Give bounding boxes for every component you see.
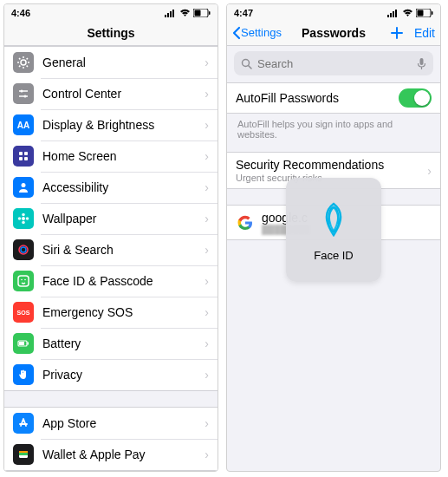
svg-rect-49 xyxy=(395,10,397,17)
svg-point-26 xyxy=(21,279,23,281)
svg-point-22 xyxy=(26,217,29,220)
battery-icon xyxy=(416,9,433,17)
status-icons xyxy=(165,9,211,17)
row-label: Display & Brightness xyxy=(42,118,201,132)
search-icon xyxy=(241,58,252,69)
svg-rect-2 xyxy=(170,11,172,17)
battery-icon xyxy=(13,333,34,354)
svg-point-21 xyxy=(18,217,22,220)
signal-icon xyxy=(165,9,177,17)
aa-icon: AA xyxy=(13,114,34,135)
svg-rect-6 xyxy=(209,11,211,15)
sos-icon: SOS xyxy=(13,302,34,323)
status-bar: 4:47 xyxy=(227,4,440,20)
svg-rect-30 xyxy=(28,343,29,345)
faceid-icon xyxy=(13,271,34,291)
svg-rect-3 xyxy=(172,10,174,17)
svg-rect-13 xyxy=(19,152,23,155)
row-label: App Store xyxy=(42,416,201,430)
autofill-toggle[interactable] xyxy=(399,88,432,108)
search-field[interactable] xyxy=(234,51,433,75)
mic-icon[interactable] xyxy=(417,57,426,70)
svg-line-54 xyxy=(249,65,252,69)
chevron-right-icon: › xyxy=(205,368,209,382)
row-label: Home Screen xyxy=(42,149,201,163)
svg-rect-52 xyxy=(432,11,433,15)
chevron-right-icon: › xyxy=(427,164,432,178)
svg-point-7 xyxy=(21,60,26,65)
chevron-right-icon: › xyxy=(205,337,209,350)
svg-rect-5 xyxy=(195,10,201,16)
security-label: Security Recommendations xyxy=(236,158,424,172)
settings-row-display-brightness[interactable]: AADisplay & Brightness› xyxy=(4,109,218,140)
svg-point-18 xyxy=(22,217,25,220)
svg-rect-34 xyxy=(19,453,28,455)
autofill-row[interactable]: AutoFill Passwords xyxy=(227,83,440,113)
chevron-right-icon: › xyxy=(205,212,209,225)
person-icon xyxy=(13,177,34,198)
siri-icon xyxy=(13,239,34,260)
chevron-right-icon: › xyxy=(205,416,209,430)
status-icons xyxy=(387,9,433,17)
svg-rect-55 xyxy=(420,58,424,65)
svg-rect-15 xyxy=(19,157,23,160)
sliders-icon xyxy=(13,83,34,104)
svg-point-11 xyxy=(24,95,27,98)
settings-list[interactable]: General›Control Center›AADisplay & Brigh… xyxy=(4,46,218,471)
chevron-right-icon: › xyxy=(205,274,209,288)
chevron-right-icon: › xyxy=(205,149,209,163)
settings-row-battery[interactable]: Battery› xyxy=(4,328,218,359)
grid-icon xyxy=(13,146,34,167)
settings-row-siri-search[interactable]: Siri & Search› xyxy=(4,234,218,265)
chevron-right-icon: › xyxy=(205,87,209,101)
settings-row-privacy[interactable]: Privacy› xyxy=(4,359,218,390)
status-bar: 4:46 xyxy=(4,4,218,20)
svg-rect-46 xyxy=(387,15,389,17)
chevron-right-icon: › xyxy=(205,448,209,461)
wallet-icon xyxy=(13,444,34,465)
svg-rect-0 xyxy=(165,15,166,17)
svg-point-24 xyxy=(21,247,26,252)
page-title: Settings xyxy=(87,26,134,40)
settings-row-face-id-passcode[interactable]: Face ID & Passcode› xyxy=(4,265,218,297)
add-button[interactable] xyxy=(390,26,404,40)
svg-rect-1 xyxy=(167,13,169,17)
appstore-icon xyxy=(13,413,34,434)
status-time: 4:46 xyxy=(11,8,30,18)
row-label: Control Center xyxy=(42,87,201,101)
chevron-right-icon: › xyxy=(205,56,209,69)
settings-row-wallpaper[interactable]: Wallpaper› xyxy=(4,203,218,234)
chevron-right-icon: › xyxy=(205,118,209,132)
settings-row-home-screen[interactable]: Home Screen› xyxy=(4,140,218,172)
status-time: 4:47 xyxy=(234,8,253,18)
faceid-label: Face ID xyxy=(314,249,354,262)
search-input[interactable] xyxy=(257,57,412,70)
back-button[interactable]: Settings xyxy=(232,26,282,40)
edit-button[interactable]: Edit xyxy=(414,26,435,40)
wifi-icon xyxy=(402,9,413,17)
svg-text:AA: AA xyxy=(17,121,29,130)
flower-icon xyxy=(13,208,34,229)
settings-row-wallet-apple-pay[interactable]: Wallet & Apple Pay› xyxy=(4,439,218,470)
page-title: Passwords xyxy=(302,26,366,40)
row-label: Wallet & Apple Pay xyxy=(42,448,201,461)
row-label: Wallpaper xyxy=(42,212,201,225)
faceid-icon xyxy=(313,199,354,240)
settings-row-emergency-sos[interactable]: SOSEmergency SOS› xyxy=(4,297,218,328)
svg-rect-51 xyxy=(418,10,424,16)
svg-rect-25 xyxy=(18,276,29,286)
google-favicon xyxy=(237,215,253,231)
svg-rect-14 xyxy=(24,152,28,155)
svg-point-27 xyxy=(24,279,26,281)
settings-row-control-center[interactable]: Control Center› xyxy=(4,78,218,109)
back-label: Settings xyxy=(241,26,282,39)
autofill-label: AutoFill Passwords xyxy=(236,91,399,105)
svg-rect-48 xyxy=(393,11,394,17)
settings-row-app-store[interactable]: App Store› xyxy=(4,408,218,439)
row-label: General xyxy=(42,56,201,69)
settings-row-general[interactable]: General› xyxy=(4,47,218,78)
nav-bar: Settings Passwords Edit xyxy=(227,20,440,46)
svg-rect-47 xyxy=(390,13,392,17)
settings-row-accessibility[interactable]: Accessibility› xyxy=(4,172,218,203)
svg-rect-16 xyxy=(24,157,28,160)
